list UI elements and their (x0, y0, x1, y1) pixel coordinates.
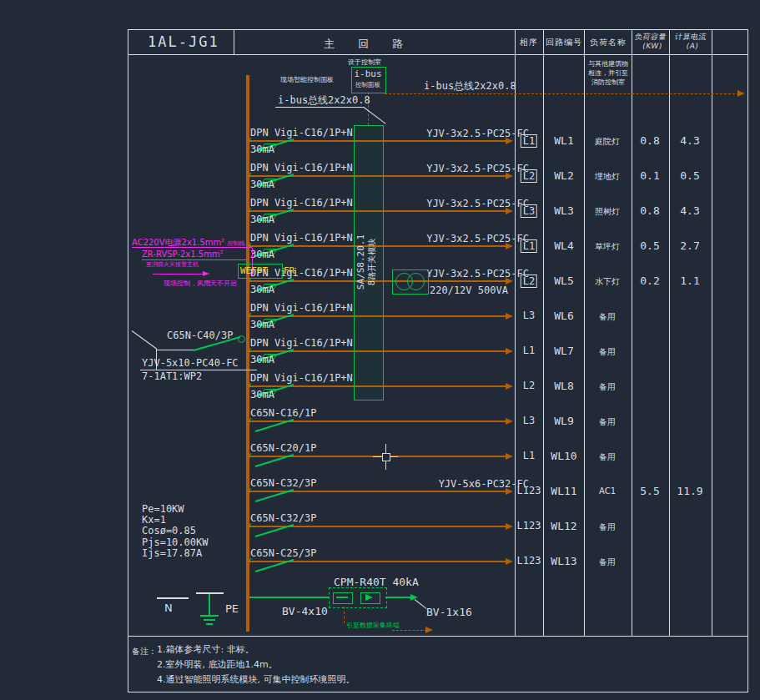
calc-ijs: Ijs=17.87A (142, 548, 208, 559)
control-power-cable-note: 控制线 (227, 240, 244, 247)
col-header-capacity-unit: (KW) (642, 42, 662, 50)
incoming-cable-label: YJV-5x10-PC40-FC (142, 357, 239, 369)
cable-label: YJV-3x2.5-PC25-FC (426, 163, 529, 174)
calc-current-value: 4.3 (680, 204, 699, 217)
field-panel-label: 现场智能控制面板 (280, 75, 334, 84)
circuit-id-label: WL10 (551, 450, 576, 462)
load-name-label: 备用 (599, 346, 616, 358)
ibus-cable-label-left: i-bus总线2x2x0.8 (278, 93, 370, 108)
load-capacity-value: 0.1 (640, 169, 659, 182)
title-divider (234, 29, 234, 54)
link-note-line3: 消防控制室 (585, 78, 632, 87)
ground-line2 (204, 619, 215, 621)
breaker-label: DPN Vigi-C16/1P+N (250, 197, 353, 209)
breaker-label: DPN Vigi-C16/1P+N (250, 337, 353, 349)
note-item-2: 2.室外明装, 底边距地1.4m。 (157, 657, 355, 672)
link-note-line2: 相连，并引至 (585, 68, 632, 78)
col-line-load (584, 29, 585, 636)
rcd-rating-label: 30mA (250, 319, 274, 330)
note-item-3: 4.通过智能照明系统模块, 可集中控制环境照明。 (157, 672, 355, 687)
signal-cable-label: ZR-RVSP-2x1.5mm² (142, 249, 224, 259)
col-line-circuit (543, 29, 544, 636)
calc-cos: Cosø=0.85 (142, 526, 208, 536)
n-bar (157, 597, 189, 599)
circuit-id-label: WL4 (554, 239, 573, 252)
cable-label: YJV-3x2.5-PC25-FC (426, 233, 529, 244)
breaker-label: C65N-C25/3P (250, 547, 316, 559)
phase-label: L3 (521, 204, 537, 218)
rcd-rating-label: 30mA (250, 179, 274, 190)
device-tag: WEFPT (240, 265, 268, 276)
circuit-id-label: WL6 (554, 310, 573, 322)
data-note-arrow (425, 627, 433, 633)
breaker-label: DPN Vigi-C16/1P+N (250, 162, 353, 174)
link-note: 与其他建筑物 相连，并引至 消防控制室 (585, 59, 632, 87)
notes-list: 1.箱体参考尺寸: 非标。 2.室外明装, 底边距地1.4m。 4.通过智能照明… (157, 642, 355, 687)
spd-feed-wire (249, 597, 330, 598)
main-circuit-title: 主 回 路 (324, 37, 413, 52)
phase-label: L2 (521, 380, 536, 391)
circuit-id-label: WL1 (554, 134, 573, 147)
load-capacity-value: 5.5 (640, 485, 659, 497)
circuit-id-label: WL5 (554, 274, 573, 287)
calc-pjs: Pjs=10.00KW (142, 537, 208, 548)
incoming-source-label: 7-1AT1:WP2 (142, 370, 202, 382)
ibus-trunk-line (385, 93, 739, 94)
phase-label: L1 (521, 239, 537, 253)
breaker-label: DPN Vigi-C16/1P+N (250, 232, 353, 244)
load-name-label: 备用 (599, 451, 616, 463)
load-name-label: 备用 (599, 416, 616, 428)
ibus-panel-name: i-bus (354, 68, 381, 79)
control-power-underline (132, 247, 252, 248)
header-divider (128, 54, 747, 55)
load-name-label: 草坪灯 (595, 241, 620, 253)
load-name-label: 备用 (599, 556, 616, 568)
panel-id: 1AL-JG1 (148, 33, 219, 50)
circuit-id-label: WL8 (554, 380, 573, 392)
load-name-label: 埋地灯 (595, 171, 620, 183)
control-power-cable-text: AC220V电源2x1.5mm² (132, 238, 224, 247)
breaker-label: DPN Vigi-C16/1P+N (250, 372, 353, 384)
main-earth-cable-label: BV-4x10 (282, 605, 328, 617)
data-collection-note: 引至数据采集终端 (346, 621, 400, 630)
control-room-note: 设于控制室 (348, 58, 381, 67)
rcd-rating-label: 30mA (250, 249, 274, 260)
load-capacity-value: 0.5 (640, 239, 659, 252)
phase-label: L123 (516, 485, 543, 496)
col-header-current-unit: (A) (686, 42, 699, 50)
phase-label: L3 (521, 415, 536, 426)
circuit-id-label: WL13 (551, 555, 576, 567)
load-capacity-value: 0.2 (640, 274, 659, 287)
spd-label: CPM-R40T 40kA (334, 576, 419, 588)
col-header-load-name: 负荷名称 (590, 37, 627, 48)
breaker-label: DPN Vigi-C16/1P+N (250, 127, 353, 138)
phase-label: L2 (521, 169, 537, 183)
notes-divider (128, 636, 747, 637)
spd-element1-icon (333, 592, 353, 604)
device-tag-suffix: FR (284, 265, 294, 276)
circuit-id-label: WL9 (554, 415, 573, 427)
load-name-label: 备用 (599, 381, 616, 393)
ground-stem (209, 594, 210, 615)
col-header-phase: 相序 (520, 37, 538, 48)
circuit-id-label: WL11 (551, 485, 576, 497)
calc-current-value: 0.5 (680, 169, 699, 182)
breaker-label: C65N-C20/1P (250, 442, 316, 454)
col-line-capacity (632, 29, 632, 636)
phase-label: L1 (521, 345, 536, 356)
ground-line3 (206, 623, 213, 625)
phase-label: L123 (516, 520, 543, 531)
transformer-coil-icon (407, 273, 425, 290)
rcd-rating-label: 30mA (250, 389, 274, 400)
transformer-rating-label: 220/12V 500VA (430, 285, 508, 296)
breaker-label: C65N-C32/3P (250, 477, 316, 489)
circuit-id-label: WL2 (554, 169, 573, 182)
cable-label: YJV-3x2.5-PC25-FC (426, 268, 529, 279)
pe-label: PE (225, 602, 239, 615)
notes-title: 备注： (132, 646, 157, 657)
load-name-label: 庭院灯 (595, 136, 620, 148)
switch-module-model: SA/S8.20.1 (355, 125, 366, 399)
breaker-label: DPN Vigi-C16/1P+N (250, 302, 353, 314)
circuit-wire-arrow (506, 453, 513, 460)
col-line-phase (515, 29, 516, 636)
